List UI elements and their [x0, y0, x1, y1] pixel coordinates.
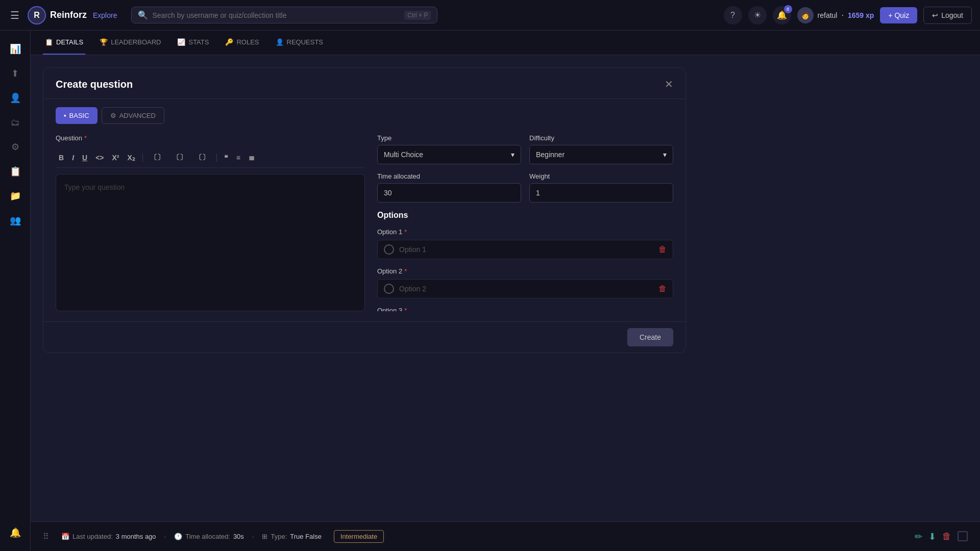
- option-1-delete-button[interactable]: 🗑: [658, 245, 667, 254]
- difficulty-select[interactable]: Beginner ▾: [529, 145, 673, 164]
- basic-tab-icon: ▪: [64, 112, 66, 119]
- option-2-radio[interactable]: [384, 284, 394, 294]
- superscript-button[interactable]: X²: [109, 152, 122, 164]
- time-allocated-item: 🕐 Time allocated: 30s: [174, 533, 244, 540]
- create-button[interactable]: Create: [627, 328, 673, 346]
- italic-button[interactable]: I: [69, 152, 77, 164]
- align-left-button[interactable]: 〔〕: [147, 151, 167, 164]
- requests-icon: 👤: [276, 38, 284, 46]
- code-button[interactable]: <>: [92, 152, 107, 164]
- underline-button[interactable]: U: [79, 152, 90, 164]
- sidebar-item-report[interactable]: 📋: [5, 161, 26, 182]
- bottom-actions: ✏ ⬇ 🗑: [915, 531, 968, 542]
- blockquote-button[interactable]: ❝: [221, 152, 231, 164]
- chevron-down-icon: ▾: [663, 151, 667, 159]
- required-star: *: [404, 228, 407, 236]
- question-section: Question * B I U <> X² X₂ 〔〕 〔〕: [56, 134, 365, 311]
- required-star: *: [84, 134, 87, 142]
- sidebar-item-notifications[interactable]: 🔔: [5, 522, 26, 543]
- download-button[interactable]: ⬇: [928, 531, 936, 542]
- sidebar-item-settings[interactable]: ⚙: [5, 137, 26, 157]
- last-updated-value: 3 months ago: [116, 533, 156, 540]
- sidebar-item-layers[interactable]: 🗂: [5, 112, 26, 133]
- unordered-list-button[interactable]: ≡: [233, 152, 243, 164]
- option-3-label: Option 3 *: [377, 307, 673, 311]
- option-2-input-row[interactable]: Option 2 🗑: [377, 279, 673, 298]
- tab-basic[interactable]: ▪ BASIC: [56, 107, 97, 124]
- weight-group: Weight: [529, 172, 673, 203]
- difficulty-label: Difficulty: [529, 134, 673, 142]
- toolbar-divider-2: [216, 154, 217, 162]
- tab-requests[interactable]: 👤 REQUESTS: [274, 31, 326, 55]
- logout-icon: ↩: [932, 11, 938, 19]
- difficulty-group: Difficulty Beginner ▾: [529, 134, 673, 164]
- search-input[interactable]: [152, 11, 400, 19]
- option-1-input-row[interactable]: Option 1 🗑: [377, 240, 673, 259]
- create-quiz-button[interactable]: + Quiz: [880, 7, 917, 23]
- tab-stats[interactable]: 📈 STATS: [175, 31, 211, 55]
- subscript-button[interactable]: X₂: [125, 152, 138, 164]
- explore-link[interactable]: Explore: [93, 11, 117, 19]
- align-right-button[interactable]: 〔〕: [192, 151, 212, 164]
- stats-icon: 📈: [177, 38, 185, 46]
- create-question-modal: Create question ✕ ▪ BASIC ⚙ ADVANCED: [43, 67, 686, 353]
- sub-navigation: 📋 DETAILS 🏆 LEADERBOARD 📈 STATS 🔑 ROLES …: [31, 31, 980, 55]
- logout-button[interactable]: ↩ Logout: [923, 7, 972, 24]
- tab-advanced[interactable]: ⚙ ADVANCED: [102, 107, 164, 124]
- tab-leaderboard[interactable]: 🏆 LEADERBOARD: [97, 31, 163, 55]
- sidebar-item-user[interactable]: 👤: [5, 88, 26, 108]
- sidebar-item-dashboard[interactable]: 📊: [5, 39, 26, 59]
- weight-label: Weight: [529, 172, 673, 180]
- page-content: Create question ✕ ▪ BASIC ⚙ ADVANCED: [31, 55, 980, 551]
- hamburger-menu-icon[interactable]: ☰: [8, 7, 21, 23]
- tab-roles[interactable]: 🔑 ROLES: [223, 31, 261, 55]
- sidebar-item-folder[interactable]: 📁: [5, 186, 26, 206]
- user-name: refatul: [818, 11, 838, 19]
- question-placeholder: Type your question: [64, 183, 125, 191]
- avatar: 🧑: [797, 7, 814, 23]
- leaderboard-icon: 🏆: [100, 38, 108, 46]
- align-center-button[interactable]: 〔〕: [169, 151, 190, 164]
- option-2-placeholder: Option 2: [399, 285, 653, 293]
- option-2-delete-button[interactable]: 🗑: [658, 284, 667, 293]
- weight-input[interactable]: [529, 183, 673, 203]
- edit-button[interactable]: ✏: [915, 531, 922, 542]
- top-navigation: ☰ R Reinforz Explore 🔍 Ctrl + P ? ☀ 🔔 8 …: [0, 0, 980, 31]
- modal-body: Question * B I U <> X² X₂ 〔〕 〔〕: [43, 124, 685, 321]
- roles-icon: 🔑: [225, 38, 233, 46]
- help-button[interactable]: ?: [724, 6, 742, 24]
- modal-title: Create question: [56, 79, 133, 90]
- calendar-icon: 📅: [61, 533, 69, 540]
- main-layout: 📊 ⬆ 👤 🗂 ⚙ 📋 📁 👥 🔔 📋 DETAILS 🏆 LEADERBOAR…: [0, 31, 980, 551]
- option-1-radio[interactable]: [384, 244, 394, 255]
- option-1-label: Option 1 *: [377, 228, 673, 236]
- question-input-area[interactable]: Type your question: [56, 174, 365, 311]
- option-3-group: Option 3 *: [377, 307, 673, 311]
- sidebar-item-upload[interactable]: ⬆: [5, 63, 26, 84]
- theme-toggle-button[interactable]: ☀: [748, 6, 767, 24]
- tab-details[interactable]: 📋 DETAILS: [43, 31, 85, 55]
- sidebar-item-team[interactable]: 👥: [5, 210, 26, 231]
- ordered-list-button[interactable]: ≣: [246, 152, 258, 164]
- modal-header: Create question ✕: [43, 68, 685, 99]
- type-value: True False: [290, 533, 322, 540]
- modal-footer: Create: [43, 321, 685, 353]
- modal-tabs: ▪ BASIC ⚙ ADVANCED: [43, 99, 685, 124]
- user-info: 🧑 refatul · 1659 xp: [797, 7, 874, 23]
- last-updated-item: 📅 Last updated: 3 months ago: [61, 533, 156, 540]
- search-shortcut: Ctrl + P: [404, 11, 431, 20]
- type-select[interactable]: Multi Choice ▾: [377, 145, 521, 164]
- notifications-button[interactable]: 🔔 8: [773, 6, 791, 24]
- chevron-down-icon: ▾: [511, 151, 514, 159]
- search-bar[interactable]: 🔍 Ctrl + P: [131, 7, 437, 23]
- delete-button[interactable]: 🗑: [942, 531, 951, 542]
- time-input[interactable]: [377, 183, 521, 203]
- modal-close-button[interactable]: ✕: [665, 78, 673, 90]
- time-label: Time allocated: [377, 172, 521, 180]
- select-checkbox[interactable]: [958, 531, 968, 541]
- required-star: *: [404, 267, 407, 275]
- details-icon: 📋: [45, 38, 53, 46]
- option-2-label: Option 2 *: [377, 267, 673, 275]
- grid-icon: ⠿: [43, 532, 49, 541]
- bold-button[interactable]: B: [56, 152, 67, 164]
